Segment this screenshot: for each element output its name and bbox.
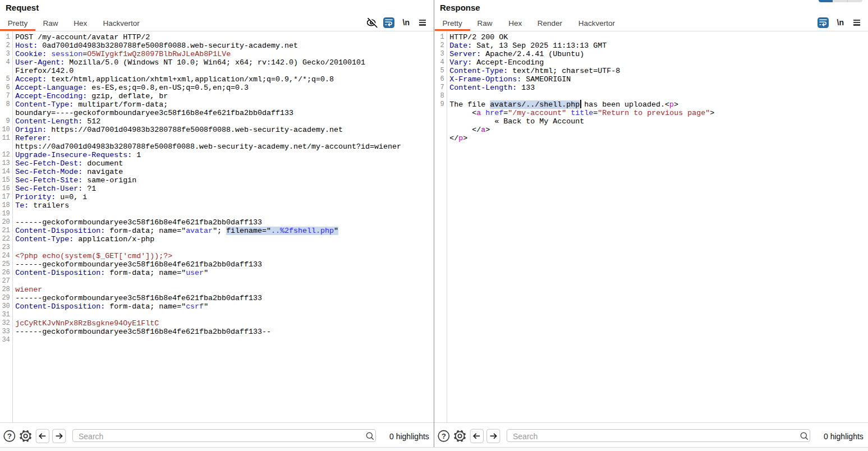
svg-text:?: ? (442, 432, 446, 440)
svg-text:?: ? (7, 432, 12, 440)
